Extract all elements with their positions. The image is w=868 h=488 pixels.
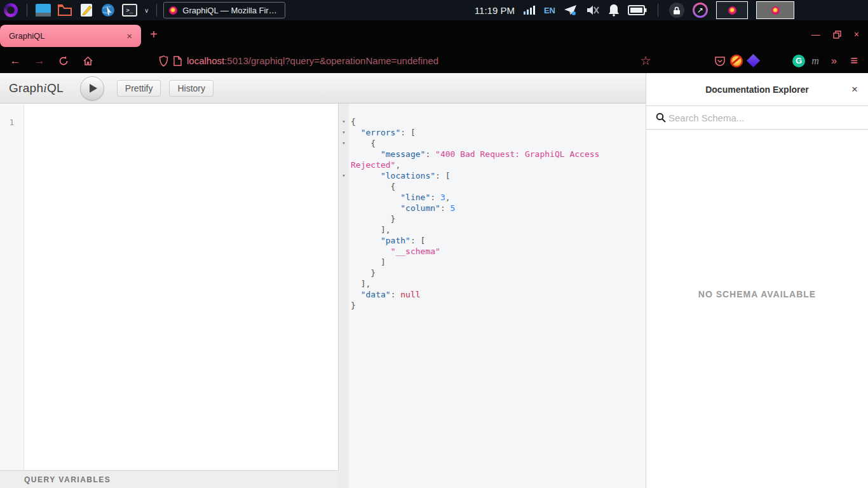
desktop-icon xyxy=(36,4,51,17)
lock-icon xyxy=(673,6,681,15)
fold-gutter-cell xyxy=(339,289,349,300)
line-number-gutter: 1 xyxy=(0,104,24,470)
battery-icon[interactable] xyxy=(628,4,647,16)
page-info-icon[interactable] xyxy=(173,56,182,66)
fold-toggle-icon[interactable]: ▾ xyxy=(339,138,349,149)
result-line: ] xyxy=(339,257,646,268)
result-line-text: { xyxy=(349,116,356,127)
show-desktop-button[interactable] xyxy=(35,3,51,18)
line-number: 1 xyxy=(10,118,15,127)
messenger-icon[interactable] xyxy=(564,4,578,17)
clock: 11:19 PM xyxy=(475,5,515,16)
screen-lock-button[interactable] xyxy=(669,3,684,18)
firefox-icon xyxy=(728,6,736,15)
globe-icon xyxy=(100,3,116,18)
text-editor-button[interactable] xyxy=(78,3,95,18)
close-window-button[interactable]: × xyxy=(854,29,859,39)
fold-toggle-icon[interactable]: ▾ xyxy=(339,116,349,127)
graphiql-logo: GraphiQL xyxy=(9,81,64,95)
terminal-button[interactable]: >_ xyxy=(121,3,138,18)
parrot-logo-icon xyxy=(4,3,18,17)
fold-gutter-cell xyxy=(339,278,349,289)
system-bar: >_ ∨ GraphiQL — Mozilla Fir… 11:19 PM EN… xyxy=(0,0,868,20)
execute-query-button[interactable] xyxy=(80,76,104,100)
fold-gutter-cell xyxy=(339,192,349,203)
browser-tab-bar: GraphiQL × + — × xyxy=(0,20,868,48)
grammarly-button[interactable]: G xyxy=(790,53,807,69)
query-variables-bar[interactable]: QUERY VARIABLES xyxy=(0,470,339,488)
fold-gutter-cell xyxy=(339,268,349,278)
web-browser-button[interactable] xyxy=(100,3,116,18)
fold-toggle-icon[interactable]: ▾ xyxy=(339,127,349,138)
result-line: "path": [ xyxy=(339,235,646,246)
workspace-1[interactable] xyxy=(716,1,748,19)
network-signal-icon[interactable] xyxy=(523,5,536,15)
volume-muted-icon[interactable] xyxy=(586,4,600,16)
doc-explorer-title: Documentation Explorer xyxy=(705,85,809,95)
result-line-text: "data": null xyxy=(349,289,421,300)
file-manager-button[interactable] xyxy=(57,3,73,18)
result-line: } xyxy=(339,268,646,278)
grammarly-icon: G xyxy=(792,55,805,67)
result-line-text: } xyxy=(349,268,376,278)
result-line-text: "errors": [ xyxy=(349,127,416,138)
result-line: "line": 3, xyxy=(339,192,646,203)
restore-button[interactable] xyxy=(833,30,841,39)
minimize-button[interactable]: — xyxy=(811,29,820,39)
forward-button[interactable]: → xyxy=(29,51,50,71)
result-line: ], xyxy=(339,278,646,289)
taskbar-window-button[interactable]: GraphiQL — Mozilla Fir… xyxy=(163,2,285,18)
result-line-text: "__schema" xyxy=(349,246,440,257)
doc-explorer-close-icon[interactable]: × xyxy=(851,83,858,96)
arrow-up-right-icon: ↗ xyxy=(697,6,703,15)
pocket-button[interactable] xyxy=(712,53,728,69)
extension-m-button[interactable]: m xyxy=(807,53,824,69)
fold-gutter-cell xyxy=(339,203,349,214)
doc-explorer-header: Documentation Explorer × xyxy=(646,73,868,106)
result-line: { xyxy=(339,181,646,192)
fold-toggle-icon[interactable]: ▾ xyxy=(339,170,349,181)
search-schema-input[interactable] xyxy=(668,112,846,123)
url-bar[interactable]: localhost:5013/graphiql?query=&operation… xyxy=(159,55,635,67)
result-line-text: { xyxy=(349,138,376,149)
terminal-dropdown-chevron-icon[interactable]: ∨ xyxy=(144,7,149,14)
app-launchers: >_ ∨ xyxy=(0,3,159,18)
reload-icon xyxy=(58,56,69,66)
result-code: ▾{▾ "errors": [▾ { "message": "400 Bad R… xyxy=(339,104,646,311)
divider xyxy=(27,4,27,17)
tracking-shield-icon[interactable] xyxy=(159,55,168,67)
play-icon xyxy=(90,84,97,93)
result-line: "__schema" xyxy=(339,246,646,257)
updates-button[interactable]: ↗ xyxy=(693,3,708,18)
home-button[interactable] xyxy=(78,51,98,71)
result-line-text: ] xyxy=(349,257,386,268)
prettify-button[interactable]: Prettify xyxy=(117,80,161,97)
result-line-text: "locations": [ xyxy=(349,170,451,181)
result-line-text: } xyxy=(349,300,356,311)
keyboard-layout-indicator[interactable]: EN xyxy=(544,6,555,15)
extension-diamond-button[interactable] xyxy=(745,53,761,69)
new-tab-button[interactable]: + xyxy=(150,27,158,42)
workspace-2-active[interactable] xyxy=(756,1,794,19)
reload-button[interactable] xyxy=(53,51,74,71)
app-menu-button[interactable]: ≡ xyxy=(844,51,864,71)
fold-gutter-cell xyxy=(339,159,349,170)
notifications-icon[interactable] xyxy=(608,4,620,17)
bookmark-star-button[interactable]: ☆ xyxy=(635,51,656,71)
graphiql-toolbar: GraphiQL Prettify History xyxy=(0,73,646,104)
result-line-text: { xyxy=(349,181,395,192)
browser-tab-active[interactable]: GraphiQL × xyxy=(0,25,141,47)
url-path: :5013/graphiql?query=&operationName=unde… xyxy=(224,55,438,66)
query-editor[interactable]: 1 xyxy=(0,104,339,470)
restore-icon xyxy=(833,30,841,39)
doc-search-row xyxy=(646,106,868,130)
url-text[interactable]: localhost:5013/graphiql?query=&operation… xyxy=(187,55,438,66)
system-tray: 11:19 PM EN ↗ xyxy=(475,1,868,19)
tab-close-icon[interactable]: × xyxy=(124,30,135,41)
parrot-menu-button[interactable] xyxy=(3,3,19,18)
back-button[interactable]: ← xyxy=(5,51,25,71)
taskbar-window-label: GraphiQL — Mozilla Fir… xyxy=(182,6,276,15)
history-button[interactable]: History xyxy=(169,80,214,97)
overflow-menu-button[interactable]: » xyxy=(824,51,844,71)
extension-blocker-button[interactable] xyxy=(728,53,745,69)
